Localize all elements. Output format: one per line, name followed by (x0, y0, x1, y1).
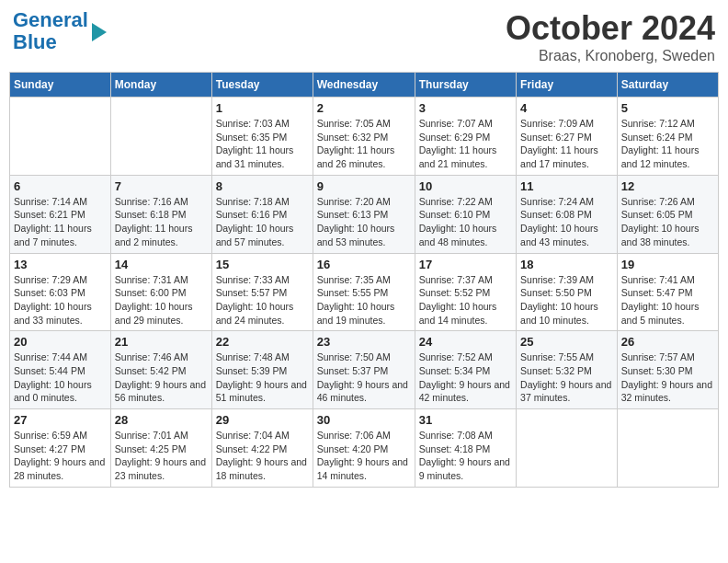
day-number: 14 (115, 258, 208, 271)
day-number: 6 (14, 179, 107, 193)
day-info: Sunrise: 7:44 AM Sunset: 5:44 PM Dayligh… (14, 350, 107, 405)
day-info: Sunrise: 7:41 AM Sunset: 5:47 PM Dayligh… (621, 273, 714, 327)
day-number: 20 (14, 335, 107, 349)
calendar-cell: 22Sunrise: 7:48 AM Sunset: 5:39 PM Dayli… (211, 331, 313, 409)
calendar-cell: 9Sunrise: 7:20 AM Sunset: 6:13 PM Daylig… (313, 175, 415, 253)
day-info: Sunrise: 7:52 AM Sunset: 5:34 PM Dayligh… (419, 350, 512, 405)
calendar-cell: 23Sunrise: 7:50 AM Sunset: 5:37 PM Dayli… (313, 331, 415, 409)
calendar-cell (10, 98, 111, 176)
day-info: Sunrise: 7:12 AM Sunset: 6:24 PM Dayligh… (621, 117, 714, 171)
day-info: Sunrise: 7:46 AM Sunset: 5:42 PM Dayligh… (115, 350, 208, 405)
day-info: Sunrise: 7:50 AM Sunset: 5:37 PM Dayligh… (317, 350, 411, 405)
calendar-cell: 19Sunrise: 7:41 AM Sunset: 5:47 PM Dayli… (617, 253, 718, 331)
day-info: Sunrise: 7:20 AM Sunset: 6:13 PM Dayligh… (317, 195, 411, 249)
weekday-header: Saturday (617, 73, 718, 98)
day-number: 16 (317, 258, 411, 271)
calendar-cell: 17Sunrise: 7:37 AM Sunset: 5:52 PM Dayli… (415, 253, 516, 331)
day-info: Sunrise: 7:07 AM Sunset: 6:29 PM Dayligh… (419, 117, 512, 171)
calendar-cell: 29Sunrise: 7:04 AM Sunset: 4:22 PM Dayli… (211, 409, 313, 488)
day-info: Sunrise: 7:18 AM Sunset: 6:16 PM Dayligh… (216, 195, 309, 249)
calendar-week-row: 13Sunrise: 7:29 AM Sunset: 6:03 PM Dayli… (10, 253, 719, 331)
calendar-cell (110, 98, 211, 176)
calendar-cell: 4Sunrise: 7:09 AM Sunset: 6:27 PM Daylig… (517, 98, 618, 176)
day-info: Sunrise: 7:22 AM Sunset: 6:10 PM Dayligh… (419, 195, 512, 249)
calendar-cell: 10Sunrise: 7:22 AM Sunset: 6:10 PM Dayli… (415, 175, 516, 253)
weekday-header: Sunday (10, 73, 111, 98)
day-info: Sunrise: 7:24 AM Sunset: 6:08 PM Dayligh… (520, 195, 613, 249)
day-info: Sunrise: 7:09 AM Sunset: 6:27 PM Dayligh… (520, 117, 613, 171)
weekday-header: Monday (110, 73, 211, 98)
day-info: Sunrise: 7:55 AM Sunset: 5:32 PM Dayligh… (520, 350, 613, 405)
calendar-week-row: 1Sunrise: 7:03 AM Sunset: 6:35 PM Daylig… (10, 98, 719, 176)
day-number: 1 (216, 101, 309, 115)
calendar-cell: 27Sunrise: 6:59 AM Sunset: 4:27 PM Dayli… (10, 409, 111, 488)
day-number: 26 (621, 335, 714, 349)
calendar-cell: 21Sunrise: 7:46 AM Sunset: 5:42 PM Dayli… (110, 331, 211, 409)
day-info: Sunrise: 7:08 AM Sunset: 4:18 PM Dayligh… (419, 429, 512, 483)
day-info: Sunrise: 7:35 AM Sunset: 5:55 PM Dayligh… (317, 273, 411, 327)
day-number: 31 (419, 413, 512, 427)
day-number: 19 (621, 258, 714, 271)
calendar-cell: 8Sunrise: 7:18 AM Sunset: 6:16 PM Daylig… (211, 175, 313, 253)
calendar-cell: 15Sunrise: 7:33 AM Sunset: 5:57 PM Dayli… (211, 253, 313, 331)
day-info: Sunrise: 7:33 AM Sunset: 5:57 PM Dayligh… (216, 273, 309, 327)
weekday-header: Thursday (415, 73, 516, 98)
calendar-cell (617, 409, 718, 488)
calendar-header-row: SundayMondayTuesdayWednesdayThursdayFrid… (10, 73, 719, 98)
day-info: Sunrise: 6:59 AM Sunset: 4:27 PM Dayligh… (14, 429, 107, 483)
day-info: Sunrise: 7:16 AM Sunset: 6:18 PM Dayligh… (115, 195, 208, 249)
calendar-cell (517, 409, 618, 488)
day-number: 9 (317, 179, 411, 193)
calendar-cell: 20Sunrise: 7:44 AM Sunset: 5:44 PM Dayli… (10, 331, 111, 409)
day-info: Sunrise: 7:29 AM Sunset: 6:03 PM Dayligh… (14, 273, 107, 327)
day-number: 17 (419, 258, 512, 271)
day-number: 29 (216, 413, 309, 427)
calendar-cell: 13Sunrise: 7:29 AM Sunset: 6:03 PM Dayli… (10, 253, 111, 331)
day-number: 18 (520, 258, 613, 271)
day-info: Sunrise: 7:06 AM Sunset: 4:20 PM Dayligh… (317, 429, 411, 483)
calendar-cell: 24Sunrise: 7:52 AM Sunset: 5:34 PM Dayli… (415, 331, 516, 409)
calendar-cell: 11Sunrise: 7:24 AM Sunset: 6:08 PM Dayli… (517, 175, 618, 253)
weekday-header: Friday (517, 73, 618, 98)
day-number: 22 (216, 335, 309, 349)
calendar-week-row: 6Sunrise: 7:14 AM Sunset: 6:21 PM Daylig… (10, 175, 719, 253)
day-info: Sunrise: 7:03 AM Sunset: 6:35 PM Dayligh… (216, 117, 309, 171)
calendar-cell: 25Sunrise: 7:55 AM Sunset: 5:32 PM Dayli… (517, 331, 618, 409)
location-title: Braas, Kronoberg, Sweden (506, 48, 715, 64)
day-number: 12 (621, 179, 714, 193)
day-info: Sunrise: 7:31 AM Sunset: 6:00 PM Dayligh… (115, 273, 208, 327)
day-number: 15 (216, 258, 309, 271)
day-number: 23 (317, 335, 411, 349)
calendar-cell: 26Sunrise: 7:57 AM Sunset: 5:30 PM Dayli… (617, 331, 718, 409)
day-number: 21 (115, 335, 208, 349)
day-number: 8 (216, 179, 309, 193)
day-info: Sunrise: 7:48 AM Sunset: 5:39 PM Dayligh… (216, 350, 309, 405)
calendar-cell: 12Sunrise: 7:26 AM Sunset: 6:05 PM Dayli… (617, 175, 718, 253)
day-number: 3 (419, 101, 512, 115)
calendar-cell: 3Sunrise: 7:07 AM Sunset: 6:29 PM Daylig… (415, 98, 516, 176)
page-header: General Blue October 2024 Braas, Kronobe… (9, 9, 719, 64)
day-info: Sunrise: 7:14 AM Sunset: 6:21 PM Dayligh… (14, 195, 107, 249)
day-info: Sunrise: 7:39 AM Sunset: 5:50 PM Dayligh… (520, 273, 613, 327)
day-number: 10 (419, 179, 512, 193)
weekday-header: Tuesday (211, 73, 313, 98)
logo: General Blue (13, 9, 107, 53)
day-number: 4 (520, 101, 613, 115)
calendar-cell: 2Sunrise: 7:05 AM Sunset: 6:32 PM Daylig… (313, 98, 415, 176)
day-info: Sunrise: 7:57 AM Sunset: 5:30 PM Dayligh… (621, 350, 714, 405)
calendar-cell: 28Sunrise: 7:01 AM Sunset: 4:25 PM Dayli… (110, 409, 211, 488)
calendar-cell: 31Sunrise: 7:08 AM Sunset: 4:18 PM Dayli… (415, 409, 516, 488)
calendar-cell: 14Sunrise: 7:31 AM Sunset: 6:00 PM Dayli… (110, 253, 211, 331)
day-number: 27 (14, 413, 107, 427)
day-info: Sunrise: 7:04 AM Sunset: 4:22 PM Dayligh… (216, 429, 309, 483)
calendar-cell: 7Sunrise: 7:16 AM Sunset: 6:18 PM Daylig… (110, 175, 211, 253)
day-number: 24 (419, 335, 512, 349)
day-number: 2 (317, 101, 411, 115)
day-number: 13 (14, 258, 107, 271)
day-number: 25 (520, 335, 613, 349)
month-title: October 2024 (506, 9, 715, 48)
logo-text: General Blue (13, 9, 88, 53)
calendar-week-row: 20Sunrise: 7:44 AM Sunset: 5:44 PM Dayli… (10, 331, 719, 409)
day-number: 11 (520, 179, 613, 193)
day-info: Sunrise: 7:26 AM Sunset: 6:05 PM Dayligh… (621, 195, 714, 249)
